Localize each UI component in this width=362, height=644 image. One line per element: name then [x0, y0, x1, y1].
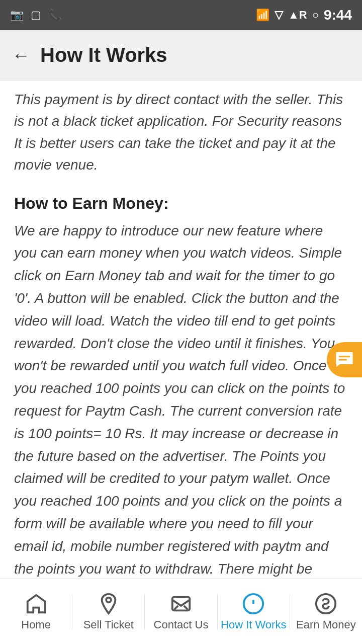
nav-how-it-works-label: How It Works: [221, 618, 286, 631]
header: ← How It Works: [0, 30, 362, 80]
partial-top-section: This payment is by direct contact with t…: [14, 80, 348, 186]
contact-us-icon: [169, 592, 193, 615]
video-cam-icon: 📷: [10, 9, 24, 22]
status-bar: 📷 ▢ 📞 📶 ▽ ▲R ○ 9:44: [0, 0, 362, 30]
nav-earn-money[interactable]: Earn Money: [290, 592, 362, 631]
how-it-works-icon: [242, 592, 265, 615]
status-time: 9:44: [324, 7, 352, 23]
svg-rect-1: [339, 359, 347, 360]
nav-sell-ticket-label: Sell Ticket: [83, 618, 134, 631]
svg-point-2: [106, 597, 111, 602]
svg-line-4: [174, 605, 178, 609]
home-icon: [25, 592, 48, 615]
nav-home[interactable]: Home: [0, 592, 72, 631]
earn-money-title: How to Earn Money:: [14, 194, 348, 213]
nav-how-it-works[interactable]: How It Works: [218, 592, 290, 631]
partial-top-text: This payment is by direct contact with t…: [14, 89, 348, 176]
phone-icon: 📞: [48, 9, 62, 22]
nav-sell-ticket[interactable]: Sell Ticket: [72, 592, 144, 631]
float-chat-button[interactable]: [327, 342, 362, 377]
nav-contact-us[interactable]: Contact Us: [145, 592, 217, 631]
status-bar-right: 📶 ▽ ▲R ○ 9:44: [256, 7, 352, 23]
nav-home-label: Home: [21, 618, 51, 631]
back-button[interactable]: ←: [12, 46, 30, 64]
svg-line-5: [184, 605, 188, 609]
nav-earn-money-label: Earn Money: [296, 618, 356, 631]
signal-icon: 📶: [256, 9, 269, 22]
svg-rect-0: [339, 356, 350, 357]
earn-money-section: How to Earn Money: We are happy to intro…: [14, 186, 348, 644]
bottom-nav: Home Sell Ticket Contact Us How It Works: [0, 579, 362, 644]
status-bar-left: 📷 ▢ 📞: [10, 9, 62, 22]
chat-icon: [335, 350, 354, 369]
nav-contact-us-label: Contact Us: [154, 618, 209, 631]
network-icon: ▲R: [288, 9, 307, 22]
sell-ticket-icon: [97, 592, 120, 615]
square-icon: ▢: [31, 9, 41, 22]
battery-icon: ○: [312, 9, 319, 22]
main-content: This payment is by direct contact with t…: [0, 80, 362, 644]
page-title: How It Works: [40, 44, 167, 66]
wifi-icon: ▽: [275, 9, 283, 22]
earn-money-icon: [314, 592, 337, 615]
